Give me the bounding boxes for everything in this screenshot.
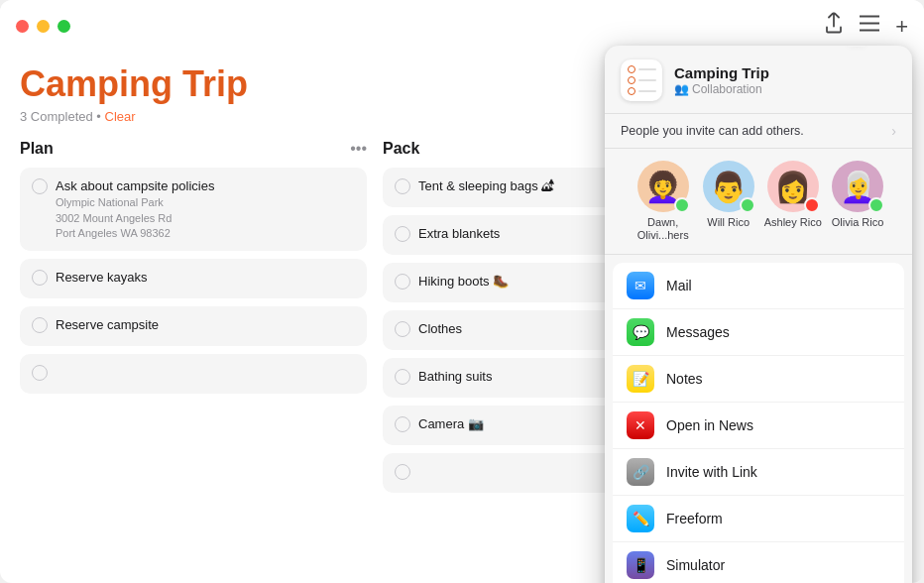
collaborator-dawn[interactable]: 👩‍🦱 Dawn, Olivi...hers [634,161,693,242]
invite-text: People you invite can add others. [621,124,804,138]
main-window: + Camping Trip 3 Completed • Clear Plan … [0,0,924,583]
item-subtext: Olympic National Park3002 Mount Angeles … [56,195,214,241]
list-icon[interactable] [860,15,879,38]
popover-collab: 👥 Collaboration [674,82,896,96]
menu-item-label: Freeform [666,511,723,526]
link-icon: 🔗 [627,458,654,486]
menu-item-label: Mail [666,278,692,293]
share-menu-item-link[interactable]: 🔗 Invite with Link [613,449,904,496]
share-menu-item-simulator[interactable]: 📱 Simulator [613,542,904,583]
collaborator-name: Dawn, Olivi...hers [634,216,693,242]
popover-header: Camping Trip 👥 Collaboration [605,46,912,114]
avatar-olivia: 👩‍🦳 [832,161,883,212]
collaborator-name: Ashley Rico [764,216,822,229]
popover-app-name: Camping Trip [674,64,896,81]
messages-icon: 💬 [627,318,654,346]
share-icon[interactable] [824,13,844,40]
menu-item-label: Notes [666,371,703,387]
item-text: Hiking boots 🥾 [418,273,509,291]
list-item[interactable]: Reserve campsite [20,306,367,346]
news-icon: ✕ [627,411,654,439]
avatar-badge [868,197,884,213]
invite-banner[interactable]: People you invite can add others. › [605,114,912,149]
list-item[interactable]: Ask about campsite policies Olympic Nati… [20,168,367,251]
collaborator-name: Olivia Rico [832,216,884,229]
plan-column: Plan ••• Ask about campsite policies Oly… [20,140,367,568]
titlebar: + [0,0,924,52]
avatar-badge [804,197,820,213]
item-checkbox[interactable] [32,178,48,194]
menu-item-label: Invite with Link [666,464,757,480]
collaborator-ashley[interactable]: 👩 Ashley Rico [764,161,822,242]
item-checkbox[interactable] [395,226,410,242]
item-text: Reserve kayaks [56,269,147,287]
plan-column-menu-icon[interactable]: ••• [350,140,367,158]
popover-app-info: Camping Trip 👥 Collaboration [674,64,896,96]
item-checkbox[interactable] [395,274,410,290]
collaborator-will[interactable]: 👨 Will Rico [703,161,754,242]
avatar-badge [674,197,690,213]
item-checkbox[interactable] [395,178,410,194]
item-text: Extra blankets [418,225,500,243]
mail-icon: ✉ [627,272,654,299]
simulator-icon: 📱 [627,551,654,579]
avatar-ashley: 👩 [767,161,819,212]
item-checkbox[interactable] [395,369,410,385]
titlebar-actions: + [824,13,908,40]
notes-icon: 📝 [627,365,654,393]
share-menu-item-messages[interactable]: 💬 Messages [613,309,904,356]
menu-item-label: Messages [666,324,730,340]
item-checkbox[interactable] [395,464,410,480]
plan-column-title: Plan [20,140,54,158]
share-menu-item-mail[interactable]: ✉ Mail [613,263,904,309]
avatar-badge [740,197,755,213]
item-text: Camera 📷 [418,415,484,433]
app-icon-lines [622,59,662,101]
traffic-lights [16,20,70,33]
collaborator-olivia[interactable]: 👩‍🦳 Olivia Rico [832,161,884,242]
item-checkbox[interactable] [32,270,48,286]
menu-item-label: Simulator [666,557,725,573]
share-menu-item-news[interactable]: ✕ Open in News [613,403,904,449]
avatar-dawn: 👩‍🦱 [637,161,689,212]
app-icon [621,59,662,101]
item-checkbox[interactable] [32,317,48,333]
close-button[interactable] [16,20,29,33]
list-item-empty[interactable] [20,354,367,394]
item-text: Tent & sleeping bags 🏕 [418,177,554,195]
maximize-button[interactable] [58,20,70,33]
add-icon[interactable]: + [895,13,908,39]
pack-column-title: Pack [383,140,419,158]
share-menu: ✉ Mail 💬 Messages 📝 Notes ✕ Ope [613,263,904,583]
share-menu-item-notes[interactable]: 📝 Notes [613,356,904,403]
minimize-button[interactable] [37,20,50,33]
freeform-icon: ✏️ [627,505,654,532]
list-item[interactable]: Reserve kayaks [20,259,367,298]
plan-column-items: Ask about campsite policies Olympic Nati… [20,168,367,394]
item-text: Clothes [418,320,462,338]
share-popover: Camping Trip 👥 Collaboration People you … [605,46,912,583]
item-text: Reserve campsite [56,316,159,334]
item-text: Ask about campsite policies [56,177,214,195]
item-checkbox[interactable] [395,321,410,337]
collaborators-row: 👩‍🦱 Dawn, Olivi...hers 👨 Will Rico 👩 Ash… [605,149,912,255]
invite-chevron-icon: › [891,123,896,139]
item-checkbox[interactable] [32,365,48,381]
share-menu-item-freeform[interactable]: ✏️ Freeform [613,496,904,542]
menu-item-label: Open in News [666,417,753,433]
collaborator-name: Will Rico [707,216,750,229]
avatar-will: 👨 [703,161,754,212]
plan-column-header: Plan ••• [20,140,367,158]
item-checkbox[interactable] [395,416,410,432]
item-text: Bathing suits [418,368,492,386]
clear-button[interactable]: Clear [105,109,136,124]
